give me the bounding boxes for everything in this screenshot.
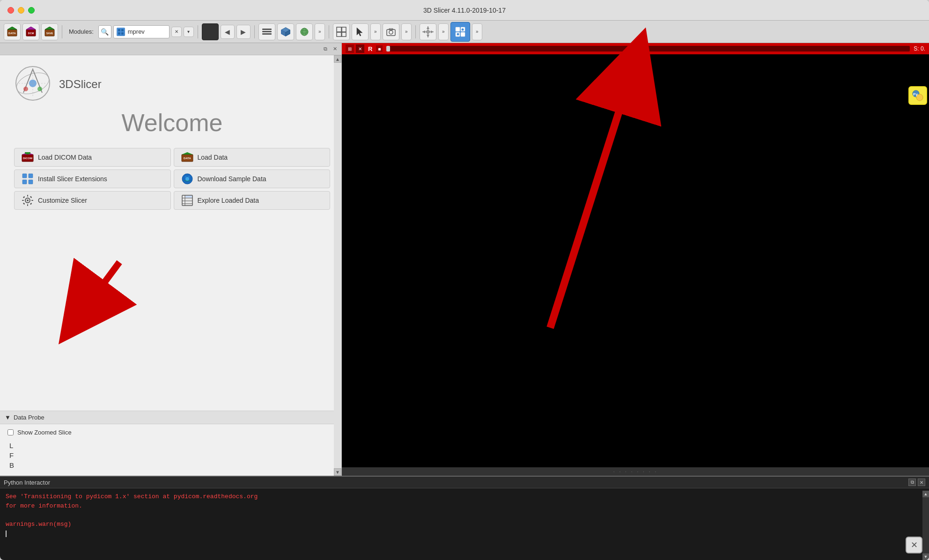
toolbar-sep-2 [198,25,198,38]
svg-point-50 [37,87,42,91]
svg-rect-75 [23,203,25,205]
nav-forward-btn[interactable]: ▶ [236,25,251,39]
main-content: ⧉ ✕ [0,43,929,476]
layout-btn[interactable] [202,23,219,40]
scroll-track[interactable] [334,63,341,468]
slice-btn[interactable] [333,23,350,40]
show-zoomed-label[interactable]: Show Zoomed Slice [17,429,72,436]
toolbar-more-1[interactable]: » [315,23,325,40]
svg-point-31 [389,30,393,34]
python-header-icons: ⧉ ✕ [908,479,925,486]
svg-text:DICOM: DICOM [23,157,32,160]
module-selector[interactable]: mprev [113,25,170,38]
maximize-button[interactable] [28,7,35,14]
svg-marker-4 [26,27,36,29]
scroll-up-btn[interactable]: ▲ [334,55,341,63]
load-data-btn[interactable]: DATA Load Data [174,148,331,167]
python-title: Python Interactor [4,479,50,486]
nav-back-btn[interactable]: ◀ [221,25,235,39]
view-icon-btn[interactable]: ⊞ [346,44,354,53]
toolbar-more-4[interactable]: » [438,23,449,40]
slice-slider[interactable] [386,46,910,52]
svg-rect-43 [461,32,465,37]
module-dropdown-btn[interactable]: ▾ [184,27,194,37]
load-dicom-btn[interactable]: DICOM Load DICOM Data [14,148,171,167]
view-header: ⊞ ✕ R ■ S: 0. [342,43,929,54]
panel-header: ⧉ ✕ [0,43,341,55]
buttons-grid: DICOM Load DICOM Data DATA [14,148,330,210]
toolbar-more-5[interactable]: » [472,23,482,40]
svg-marker-58 [182,152,193,155]
python-input-line [6,531,923,537]
dcm-toolbar-btn[interactable]: DCM [22,23,39,40]
save-toolbar-btn[interactable]: SAVE [41,23,58,40]
panel-close-btn[interactable]: ✕ [331,45,339,53]
extensions-active-btn[interactable] [450,22,470,42]
python-scrollbar[interactable]: ▲ ▼ [922,491,929,560]
scroll-down-btn[interactable]: ▼ [334,468,341,476]
svg-point-44 [461,28,464,30]
traffic-lights [7,7,35,14]
svg-rect-73 [23,196,25,199]
svg-point-49 [23,87,28,91]
view-close-btn[interactable]: ✕ [356,44,364,53]
crosshair-btn[interactable] [420,23,436,40]
toolbar-sep-3 [254,25,255,38]
svg-marker-36 [427,35,429,37]
svg-point-66 [185,177,189,181]
cursor-blink [6,531,7,537]
svg-marker-29 [357,28,362,36]
settings-icon [21,195,34,206]
module-search-btn[interactable]: 🔍 [98,25,111,38]
toolbar-more-3[interactable]: » [401,23,412,40]
data-probe-header[interactable]: ▼ Data Probe [0,411,341,424]
svg-rect-62 [29,174,33,178]
svg-rect-70 [27,204,28,206]
modules-label: Modules: [69,28,94,35]
sphere-btn[interactable] [296,23,313,40]
python-content[interactable]: See 'Transitioning to pydicom 1.x' secti… [0,488,929,558]
3d-view-btn[interactable] [277,23,294,40]
cursor-btn[interactable] [352,23,369,40]
svg-rect-61 [22,174,27,178]
extensions-icon [21,174,34,184]
python-scroll-up[interactable]: ▲ [922,491,929,497]
list-toolbar-btn[interactable] [258,23,275,40]
python-icon-btn[interactable]: Py [908,86,927,105]
install-extensions-btn[interactable]: Install Slicer Extensions [14,169,171,188]
minimize-button[interactable] [18,7,24,14]
show-zoomed-checkbox[interactable] [7,429,14,435]
customize-slicer-btn[interactable]: Customize Slicer [14,191,171,210]
title-bar: 3D Slicer 4.11.0-2019-10-17 [0,0,929,21]
svg-rect-10 [118,29,120,31]
welcome-content[interactable]: 3DSlicer Welcome DICOM [0,55,341,411]
python-close-btn[interactable]: ✕ [918,479,925,486]
module-close-btn[interactable]: ✕ [171,27,182,37]
toolbar-more-2[interactable]: » [370,23,381,40]
dicom-icon: DICOM [21,152,34,162]
3d-canvas[interactable] [342,54,929,467]
python-expand-btn[interactable]: ⧉ [908,479,916,486]
slicer-logo [14,65,52,104]
python-header: Python Interactor ⧉ ✕ [0,477,929,488]
data-toolbar-btn[interactable]: DATA [4,23,21,40]
svg-rect-15 [262,29,272,30]
probe-f: F [7,451,334,459]
svg-text:DATA: DATA [184,157,191,160]
panel-icon-1[interactable]: ⧉ [322,45,329,53]
view-marker[interactable]: ■ [376,45,383,52]
svg-rect-27 [337,32,341,37]
toolbar-sep-5 [415,25,416,38]
close-btn-bottom-right[interactable]: ✕ [906,537,922,553]
python-scroll-down[interactable]: ▼ [922,553,929,560]
svg-marker-7 [45,27,54,29]
download-sample-btn[interactable]: Download Sample Data [174,169,331,188]
python-scroll-track[interactable] [922,497,929,553]
close-button[interactable] [7,7,14,14]
right-panel: ⊞ ✕ R ■ S: 0. · · · · · · · · Py [342,43,929,476]
svg-rect-17 [262,33,272,35]
camera-btn[interactable] [383,23,399,40]
explore-data-btn[interactable]: Explore Loaded Data [174,191,331,210]
module-icon [117,28,125,36]
download-icon [181,174,194,184]
